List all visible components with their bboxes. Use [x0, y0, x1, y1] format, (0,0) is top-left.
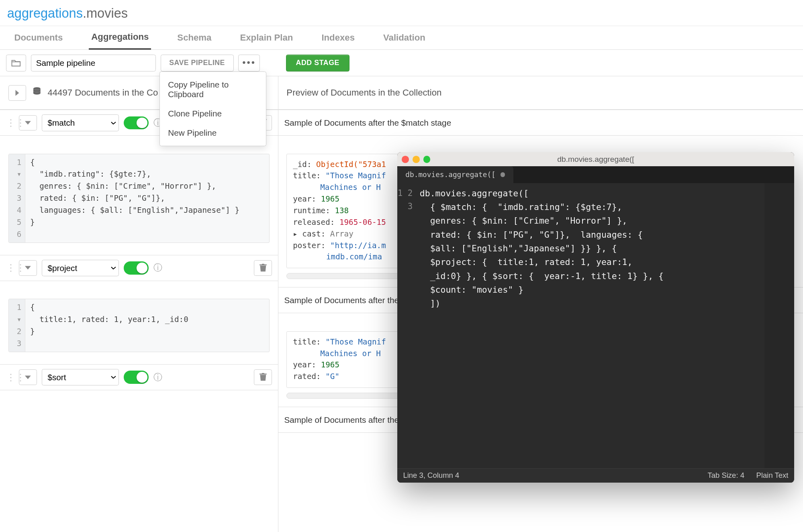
drag-handle-icon[interactable]: ⋮⋮ [6, 117, 14, 128]
editor-code[interactable]: { title:1, rated: 1, year:1, _id:0 } [25, 299, 193, 352]
editor-status-bar: Line 3, Column 4 Tab Size: 4 Plain Text [397, 468, 795, 483]
preview-header-text: Preview of Documents in the Collection [286, 88, 441, 98]
editor-code-area[interactable]: db.movies.aggregate([ { $match: { "imdb.… [417, 183, 764, 468]
stage-operator-select[interactable]: $sort [42, 369, 119, 385]
tab-schema[interactable]: Schema [175, 26, 214, 49]
namespace-db-link[interactable]: aggregations [7, 6, 83, 20]
editor-gutter: 1 ▾ 2 3 4 5 6 [9, 154, 25, 243]
expand-collection-button[interactable] [8, 85, 26, 100]
cursor-position: Line 3, Column 4 [403, 471, 459, 480]
collapse-stage-button[interactable] [19, 260, 37, 275]
chevron-right-icon [15, 90, 20, 96]
editor-gutter: 1 2 3 [397, 183, 417, 468]
drag-handle-icon[interactable]: ⋮⋮ [6, 372, 14, 383]
tab-documents[interactable]: Documents [12, 26, 65, 49]
window-titlebar[interactable]: db.movies.aggregate([ [397, 152, 795, 167]
editor-gutter: 1 ▾ 2 3 [9, 299, 25, 352]
minimap[interactable] [764, 183, 794, 468]
stage-sample-label: Sample of Documents after the $match sta… [284, 118, 451, 128]
tab-explain-plan[interactable]: Explain Plan [238, 26, 296, 49]
preview-document-card: title: "Those Magnif Machines or H year:… [286, 331, 405, 388]
more-actions-menu: Copy Pipeline to Clipboard Clone Pipelin… [159, 71, 266, 147]
stage-editor-match[interactable]: 1 ▾ 2 3 4 5 6 { "imdb.rating": {$gte:7},… [8, 154, 270, 243]
save-pipeline-button[interactable]: SAVE PIPELINE [161, 55, 234, 71]
documents-count-text: 44497 Documents in the Co [47, 88, 158, 98]
chevron-down-icon [25, 265, 31, 270]
stage-enable-toggle[interactable] [124, 116, 149, 130]
collapse-stage-button[interactable] [19, 115, 37, 130]
stage-enable-toggle[interactable] [124, 261, 149, 275]
add-stage-button[interactable]: ADD STAGE [286, 55, 349, 71]
dirty-indicator-icon [501, 172, 505, 177]
tab-bar: Documents Aggregations Schema Explain Pl… [0, 26, 803, 50]
stage-operator-select[interactable]: $match [42, 114, 119, 131]
svg-point-0 [33, 88, 41, 90]
window-title: db.movies.aggregate([ [397, 155, 795, 164]
delete-stage-button[interactable] [254, 369, 272, 385]
horizontal-scrollbar[interactable] [286, 393, 405, 399]
tab-validation[interactable]: Validation [381, 26, 428, 49]
open-folder-button[interactable] [6, 55, 26, 71]
tab-indexes[interactable]: Indexes [319, 26, 357, 49]
namespace: aggregations.movies [7, 6, 128, 26]
trash-icon [259, 373, 267, 381]
delete-stage-button[interactable] [254, 260, 272, 275]
db-stack-icon [32, 87, 42, 99]
drag-handle-icon[interactable]: ⋮⋮ [6, 262, 14, 273]
more-actions-button[interactable]: ••• [238, 55, 259, 71]
stage-editor-project[interactable]: 1 ▾ 2 3 { title:1, rated: 1, year:1, _id… [8, 299, 270, 352]
trash-icon [259, 264, 267, 272]
folder-icon [11, 59, 21, 67]
horizontal-scrollbar[interactable] [286, 273, 405, 279]
editor-tab[interactable]: db.movies.aggregate([ [397, 166, 514, 183]
preview-document-card: _id: ObjectId("573a1 title: "Those Magni… [286, 154, 405, 268]
editor-code[interactable]: { "imdb.rating": {$gte:7}, genres: { $ni… [25, 154, 244, 243]
chevron-down-icon [25, 375, 31, 380]
stage-enable-toggle[interactable] [124, 371, 149, 384]
chevron-down-icon [25, 120, 31, 125]
menu-copy-clipboard[interactable]: Copy Pipeline to Clipboard [160, 75, 266, 104]
collapse-stage-button[interactable] [19, 369, 37, 385]
syntax-mode[interactable]: Plain Text [756, 471, 789, 480]
info-icon: ⓘ [153, 262, 162, 274]
stage-sample-label: Sample of Documents after the [284, 296, 399, 305]
pipeline-name-input[interactable] [31, 55, 156, 71]
stage-operator-select[interactable]: $project [42, 260, 119, 276]
menu-clone-pipeline[interactable]: Clone Pipeline [160, 104, 266, 123]
info-icon: ⓘ [153, 371, 162, 383]
menu-new-pipeline[interactable]: New Pipeline [160, 123, 266, 143]
tab-aggregations[interactable]: Aggregations [89, 26, 151, 50]
external-editor-window: db.movies.aggregate([ db.movies.aggregat… [397, 152, 795, 483]
tab-size[interactable]: Tab Size: 4 [707, 471, 744, 480]
